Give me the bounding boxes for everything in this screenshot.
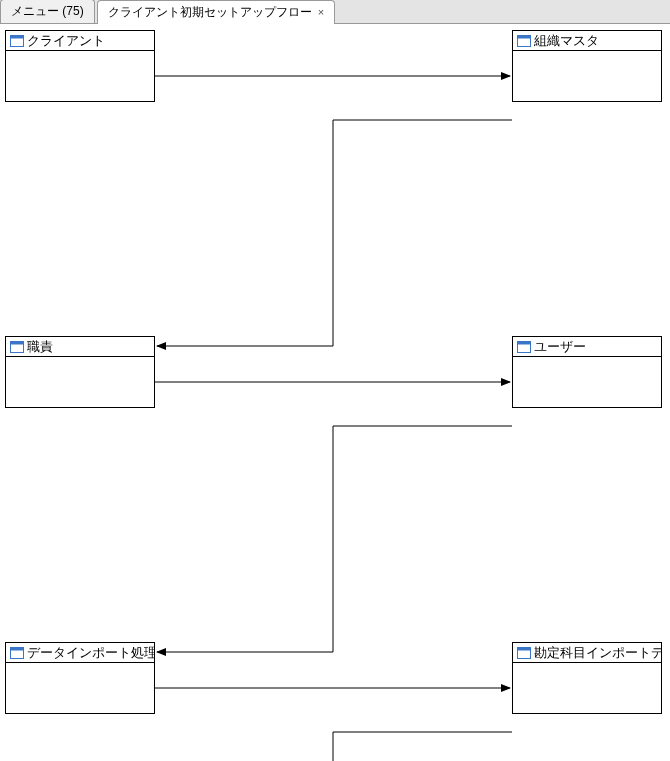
svg-rect-7 [518, 35, 531, 38]
tab-menu[interactable]: メニュー (75) [0, 0, 95, 23]
node-role[interactable]: 職責 [5, 336, 155, 408]
node-body [513, 357, 661, 407]
node-title: 組織マスタ [534, 32, 599, 50]
node-data-import[interactable]: データインポート処理 [5, 642, 155, 714]
tab-active[interactable]: クライアント初期セットアップフロー × [97, 0, 335, 24]
node-header: 組織マスタ [513, 31, 661, 51]
node-header: 勘定科目インポートデ [513, 643, 661, 663]
svg-rect-9 [11, 341, 24, 344]
window-icon [517, 341, 531, 353]
node-body [6, 663, 154, 713]
node-client[interactable]: クライアント [5, 30, 155, 102]
diagram-canvas: クライアント 組織マスタ 職責 ユーザー [0, 24, 670, 761]
tab-bar: メニュー (75) クライアント初期セットアップフロー × [0, 0, 670, 24]
node-user[interactable]: ユーザー [512, 336, 662, 408]
window-icon [10, 35, 24, 47]
node-account-import[interactable]: 勘定科目インポートデ [512, 642, 662, 714]
svg-rect-5 [11, 35, 24, 38]
window-icon [10, 341, 24, 353]
tab-active-label: クライアント初期セットアップフロー [108, 4, 312, 21]
node-header: データインポート処理 [6, 643, 154, 663]
svg-rect-15 [518, 647, 531, 650]
node-title: クライアント [27, 32, 105, 50]
node-header: クライアント [6, 31, 154, 51]
svg-rect-11 [518, 341, 531, 344]
window-icon [517, 35, 531, 47]
node-header: 職責 [6, 337, 154, 357]
node-header: ユーザー [513, 337, 661, 357]
node-title: 勘定科目インポートデ [534, 644, 661, 662]
node-body [6, 357, 154, 407]
window-icon [517, 647, 531, 659]
close-icon[interactable]: × [318, 7, 324, 18]
tab-menu-label: メニュー (75) [11, 3, 84, 20]
node-body [513, 51, 661, 101]
node-body [6, 51, 154, 101]
svg-rect-13 [11, 647, 24, 650]
node-title: データインポート処理 [27, 644, 154, 662]
node-body [513, 663, 661, 713]
node-org-master[interactable]: 組織マスタ [512, 30, 662, 102]
node-title: ユーザー [534, 338, 586, 356]
node-title: 職責 [27, 338, 53, 356]
window-icon [10, 647, 24, 659]
